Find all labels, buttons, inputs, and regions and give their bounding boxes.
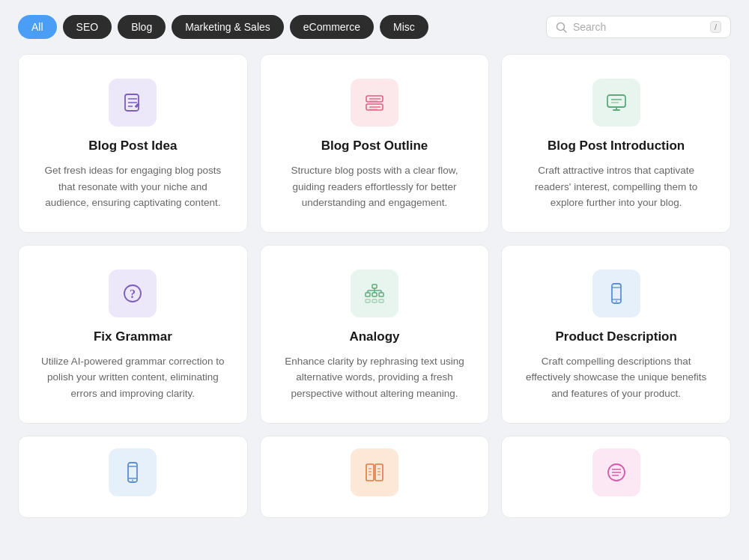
card-desc: Craft compelling descriptions that effec…: [520, 353, 712, 402]
filter-blog[interactable]: Blog: [118, 15, 166, 39]
filter-seo[interactable]: SEO: [63, 15, 112, 39]
card-fix-grammar[interactable]: ? Fix Grammar Utilize AI-powered grammar…: [18, 245, 248, 424]
svg-rect-23: [379, 293, 383, 296]
search-icon: [556, 22, 567, 33]
hierarchy-icon: [363, 281, 386, 305]
svg-rect-36: [128, 463, 137, 482]
card-icon-wrap: ?: [109, 270, 157, 317]
book-icon: [363, 460, 386, 484]
kbd-shortcut: /: [710, 21, 721, 33]
card-blog-post-idea[interactable]: Blog Post Idea Get fresh ideas for engag…: [18, 54, 248, 233]
card-icon-wrap: [109, 448, 157, 496]
card-title: Blog Post Outline: [321, 139, 428, 153]
card-product-description[interactable]: Product Description Craft compelling des…: [501, 245, 731, 424]
page-wrapper: All SEO Blog Marketing & Sales eCommerce…: [0, 0, 749, 533]
cards-grid: Blog Post Idea Get fresh ideas for engag…: [18, 54, 731, 518]
card-blog-post-intro[interactable]: Blog Post Introduction Craft attractive …: [501, 54, 731, 233]
filter-bar: All SEO Blog Marketing & Sales eCommerce…: [18, 15, 731, 39]
card-partial-2[interactable]: [260, 436, 490, 518]
mobile-icon: [604, 281, 628, 305]
mobile-icon-2: [121, 460, 145, 484]
filter-ecommerce[interactable]: eCommerce: [290, 15, 374, 39]
svg-line-1: [563, 29, 566, 32]
card-title: Blog Post Idea: [88, 139, 177, 153]
card-partial-3[interactable]: [501, 436, 731, 518]
filter-all[interactable]: All: [18, 15, 57, 39]
card-icon-wrap: [592, 448, 640, 496]
search-box: /: [546, 16, 731, 38]
card-desc: Get fresh ideas for engaging blog posts …: [37, 162, 229, 211]
svg-point-39: [132, 479, 133, 481]
card-title: Product Description: [555, 329, 676, 344]
list-icon: [363, 91, 386, 115]
card-title: Analogy: [349, 329, 399, 344]
card-icon-wrap: [592, 270, 640, 317]
question-icon: ?: [121, 281, 145, 305]
svg-rect-29: [366, 299, 370, 302]
svg-rect-41: [375, 464, 383, 481]
card-desc: Enhance clarity by rephrasing text using…: [279, 353, 471, 402]
svg-point-35: [616, 300, 617, 302]
card-desc: Utilize AI-powered grammar correction to…: [37, 353, 229, 402]
svg-rect-21: [366, 293, 370, 296]
card-title: Blog Post Introduction: [548, 139, 685, 153]
card-desc: Craft attractive intros that captivate r…: [520, 162, 712, 211]
svg-rect-22: [372, 293, 377, 296]
card-partial-1[interactable]: [18, 436, 248, 518]
card-desc: Structure blog posts with a clear flow, …: [279, 162, 471, 211]
card-blog-post-outline[interactable]: Blog Post Outline Structure blog posts w…: [260, 54, 490, 233]
svg-rect-30: [372, 299, 377, 302]
card-icon-wrap: [351, 448, 398, 496]
filter-misc[interactable]: Misc: [380, 15, 428, 39]
monitor-icon: [604, 91, 628, 115]
svg-rect-13: [607, 95, 625, 107]
svg-rect-31: [379, 299, 383, 302]
card-icon-wrap: [351, 79, 398, 127]
svg-rect-32: [612, 284, 621, 303]
card-icon-wrap: [351, 270, 398, 317]
edit-icon: [121, 91, 145, 115]
card-icon-wrap: [109, 79, 157, 127]
card-analogy[interactable]: Analogy Enhance clarity by rephrasing te…: [260, 245, 490, 424]
svg-rect-40: [366, 464, 374, 481]
search-input[interactable]: [573, 21, 704, 33]
card-icon-wrap: [592, 79, 640, 127]
card-title: Fix Grammar: [94, 329, 172, 344]
filter-marketing[interactable]: Marketing & Sales: [172, 15, 284, 39]
lines-icon: [604, 460, 628, 484]
svg-rect-20: [372, 284, 377, 288]
svg-text:?: ?: [130, 287, 136, 300]
